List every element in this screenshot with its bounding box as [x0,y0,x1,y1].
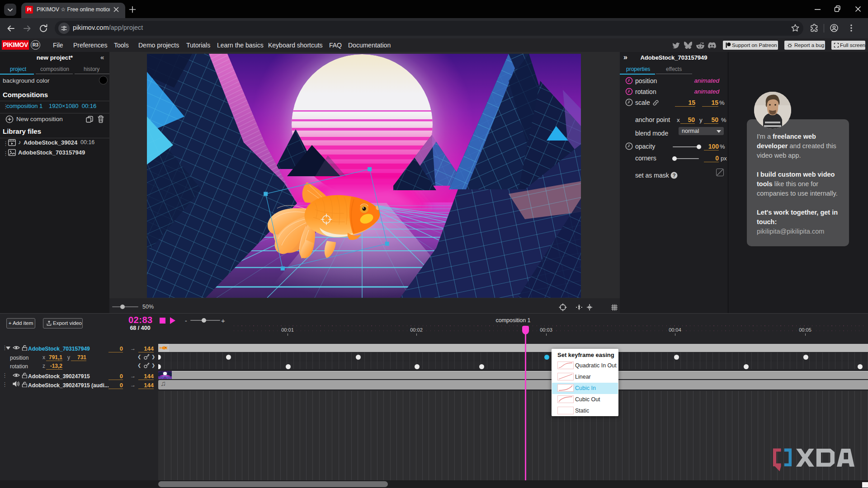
svg-text:?: ? [673,173,676,178]
